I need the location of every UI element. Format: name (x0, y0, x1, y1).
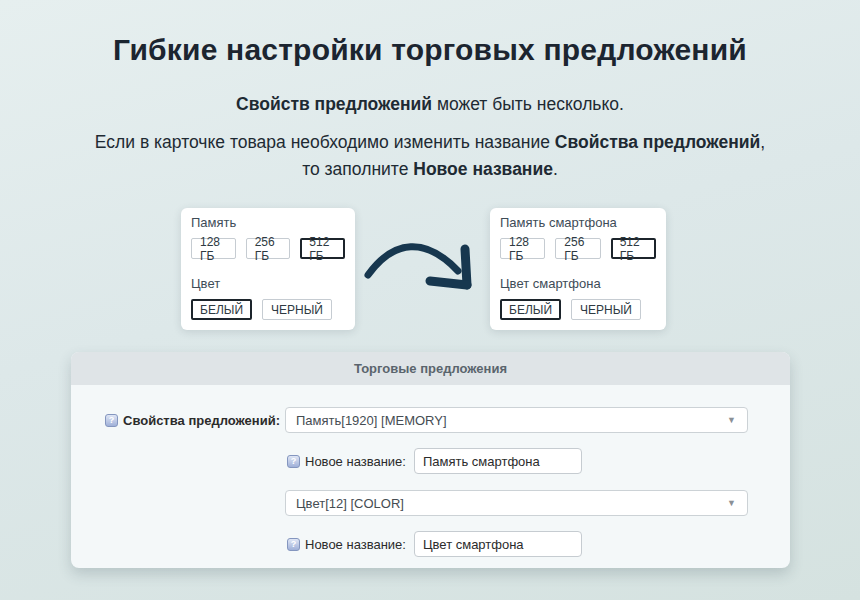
memory-options-row: 128 ГБ 256 ГБ 512 ГБ (191, 238, 345, 259)
new-name-label: Новое название: (305, 454, 406, 469)
property-select-memory[interactable]: Память[1920] [MEMORY] ▼ (285, 407, 748, 433)
help-icon[interactable]: ? (287, 538, 300, 551)
property-select-color-value: Цвет[12] [COLOR] (296, 496, 404, 511)
color-options-row: БЕЛЫЙ ЧЕРНЫЙ (191, 299, 345, 320)
new-name-label: Новое название: (305, 537, 406, 552)
subtitle-bold-text: Свойств предложений (236, 94, 432, 114)
new-name-row-memory: ? Новое название: (287, 448, 582, 474)
option-button-512gb[interactable]: 512 ГБ (611, 238, 656, 259)
property-select-color[interactable]: Цвет[12] [COLOR] ▼ (285, 490, 748, 516)
paragraph-bold-new-name: Новое название (413, 159, 553, 179)
chevron-down-icon: ▼ (727, 498, 736, 508)
example-card-before: Память 128 ГБ 256 ГБ 512 ГБ Цвет БЕЛЫЙ Ч… (181, 208, 355, 330)
property-select-memory-value: Память[1920] [MEMORY] (296, 413, 447, 428)
chevron-down-icon: ▼ (727, 415, 736, 425)
example-card-after: Память смартфона 128 ГБ 256 ГБ 512 ГБ Цв… (490, 208, 666, 330)
memory-options-row: 128 ГБ 256 ГБ 512 ГБ (500, 238, 656, 259)
description-paragraph: Если в карточке товара необходимо измени… (90, 129, 770, 183)
option-button-256gb[interactable]: 256 ГБ (555, 238, 600, 259)
option-button-128gb[interactable]: 128 ГБ (500, 238, 545, 259)
color-options-row: БЕЛЫЙ ЧЕРНЫЙ (500, 299, 656, 320)
panel-header: Торговые предложения (71, 352, 790, 385)
paragraph-text: . (553, 159, 558, 179)
page-title: Гибкие настройки торговых предложений (0, 33, 860, 67)
option-button-128gb[interactable]: 128 ГБ (191, 238, 236, 259)
property-label-color: Цвет (191, 276, 345, 291)
offer-properties-label: Свойства предложений: (123, 413, 280, 428)
option-button-white[interactable]: БЕЛЫЙ (191, 299, 252, 320)
option-button-white[interactable]: БЕЛЫЙ (500, 299, 561, 320)
trade-offers-panel: Торговые предложения ? Свойства предложе… (71, 352, 790, 568)
property-label-memory: Память (191, 215, 345, 230)
new-name-row-color: ? Новое название: (287, 531, 582, 557)
property-label-memory-renamed: Память смартфона (500, 215, 656, 230)
paragraph-text: Если в карточке товара необходимо измени… (95, 132, 555, 152)
option-button-black[interactable]: ЧЕРНЫЙ (262, 299, 332, 320)
help-icon[interactable]: ? (105, 414, 118, 427)
new-name-input-memory[interactable] (414, 448, 582, 474)
transform-arrow-icon (360, 229, 478, 293)
help-icon[interactable]: ? (287, 455, 300, 468)
paragraph-bold-offer-props: Свойства предложений (555, 132, 760, 152)
option-button-512gb[interactable]: 512 ГБ (300, 238, 345, 259)
option-button-256gb[interactable]: 256 ГБ (246, 238, 291, 259)
page-background: Гибкие настройки торговых предложений Св… (0, 0, 860, 600)
property-label-color-renamed: Цвет смартфона (500, 276, 656, 291)
subtitle: Свойств предложений может быть несколько… (0, 94, 860, 115)
option-button-black[interactable]: ЧЕРНЫЙ (571, 299, 641, 320)
subtitle-rest-text: может быть несколько. (432, 94, 624, 114)
new-name-input-color[interactable] (414, 531, 582, 557)
